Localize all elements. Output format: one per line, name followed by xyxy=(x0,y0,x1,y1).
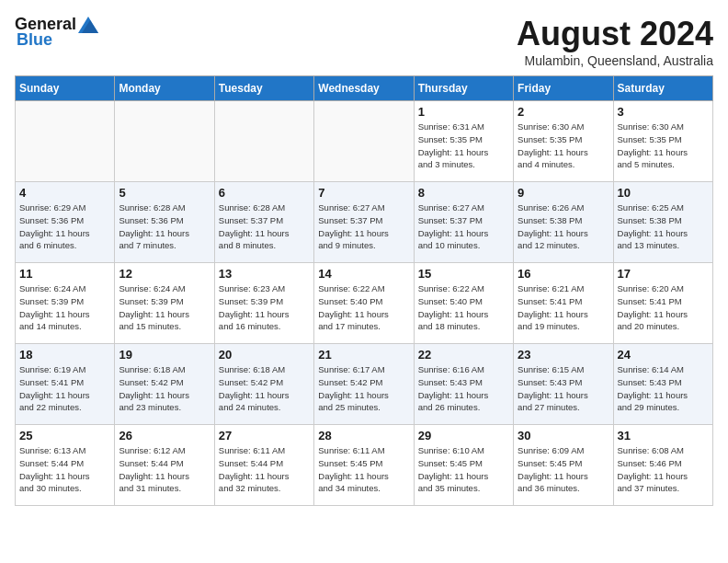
calendar-cell xyxy=(314,101,414,182)
day-header-tuesday: Tuesday xyxy=(214,76,313,101)
calendar-cell xyxy=(115,101,214,182)
calendar-cell: 4Sunrise: 6:29 AM Sunset: 5:36 PM Daylig… xyxy=(16,182,115,263)
calendar-week-row: 1Sunrise: 6:31 AM Sunset: 5:35 PM Daylig… xyxy=(16,101,713,182)
cell-info-text: Sunrise: 6:24 AM Sunset: 5:39 PM Dayligh… xyxy=(19,282,110,333)
cell-date-number: 16 xyxy=(518,267,609,281)
calendar-cell: 13Sunrise: 6:23 AM Sunset: 5:39 PM Dayli… xyxy=(214,263,313,344)
cell-info-text: Sunrise: 6:19 AM Sunset: 5:41 PM Dayligh… xyxy=(19,363,110,414)
cell-date-number: 14 xyxy=(318,267,409,281)
cell-date-number: 21 xyxy=(318,348,409,362)
calendar-cell: 25Sunrise: 6:13 AM Sunset: 5:44 PM Dayli… xyxy=(16,425,115,506)
cell-info-text: Sunrise: 6:09 AM Sunset: 5:45 PM Dayligh… xyxy=(518,444,609,495)
calendar-cell: 9Sunrise: 6:26 AM Sunset: 5:38 PM Daylig… xyxy=(514,182,613,263)
day-header-friday: Friday xyxy=(514,76,613,101)
calendar-cell: 3Sunrise: 6:30 AM Sunset: 5:35 PM Daylig… xyxy=(613,101,712,182)
calendar-table: SundayMondayTuesdayWednesdayThursdayFrid… xyxy=(15,75,713,506)
cell-date-number: 18 xyxy=(19,348,110,362)
cell-info-text: Sunrise: 6:31 AM Sunset: 5:35 PM Dayligh… xyxy=(418,121,509,171)
day-header-saturday: Saturday xyxy=(613,76,712,101)
logo: General Blue xyxy=(15,15,98,50)
calendar-cell: 17Sunrise: 6:20 AM Sunset: 5:41 PM Dayli… xyxy=(613,263,712,344)
calendar-header-row: SundayMondayTuesdayWednesdayThursdayFrid… xyxy=(16,76,713,101)
cell-date-number: 31 xyxy=(618,429,709,442)
calendar-cell: 2Sunrise: 6:30 AM Sunset: 5:35 PM Daylig… xyxy=(514,101,613,182)
cell-info-text: Sunrise: 6:15 AM Sunset: 5:43 PM Dayligh… xyxy=(518,363,609,414)
calendar-cell: 19Sunrise: 6:18 AM Sunset: 5:42 PM Dayli… xyxy=(115,344,214,425)
calendar-cell: 14Sunrise: 6:22 AM Sunset: 5:40 PM Dayli… xyxy=(314,263,414,344)
calendar-cell: 21Sunrise: 6:17 AM Sunset: 5:42 PM Dayli… xyxy=(314,344,414,425)
cell-date-number: 3 xyxy=(618,105,709,119)
calendar-cell: 8Sunrise: 6:27 AM Sunset: 5:37 PM Daylig… xyxy=(414,182,513,263)
calendar-cell: 6Sunrise: 6:28 AM Sunset: 5:37 PM Daylig… xyxy=(214,182,313,263)
cell-date-number: 11 xyxy=(19,267,110,281)
calendar-week-row: 4Sunrise: 6:29 AM Sunset: 5:36 PM Daylig… xyxy=(16,182,713,263)
calendar-cell: 23Sunrise: 6:15 AM Sunset: 5:43 PM Dayli… xyxy=(514,344,613,425)
cell-date-number: 4 xyxy=(19,186,110,200)
cell-date-number: 27 xyxy=(219,429,310,442)
cell-info-text: Sunrise: 6:11 AM Sunset: 5:45 PM Dayligh… xyxy=(318,444,409,495)
cell-date-number: 28 xyxy=(318,429,409,442)
cell-date-number: 8 xyxy=(418,186,509,200)
month-year-title: August 2024 xyxy=(517,15,713,53)
cell-date-number: 24 xyxy=(618,348,709,362)
calendar-cell: 1Sunrise: 6:31 AM Sunset: 5:35 PM Daylig… xyxy=(414,101,513,182)
calendar-week-row: 11Sunrise: 6:24 AM Sunset: 5:39 PM Dayli… xyxy=(16,263,713,344)
cell-date-number: 7 xyxy=(318,186,409,200)
calendar-cell: 5Sunrise: 6:28 AM Sunset: 5:36 PM Daylig… xyxy=(115,182,214,263)
cell-info-text: Sunrise: 6:17 AM Sunset: 5:42 PM Dayligh… xyxy=(318,363,409,414)
calendar-week-row: 25Sunrise: 6:13 AM Sunset: 5:44 PM Dayli… xyxy=(16,425,713,506)
cell-info-text: Sunrise: 6:18 AM Sunset: 5:42 PM Dayligh… xyxy=(119,363,210,414)
cell-date-number: 29 xyxy=(418,429,509,442)
cell-date-number: 23 xyxy=(518,348,609,362)
cell-info-text: Sunrise: 6:30 AM Sunset: 5:35 PM Dayligh… xyxy=(518,121,609,171)
calendar-cell: 7Sunrise: 6:27 AM Sunset: 5:37 PM Daylig… xyxy=(314,182,414,263)
calendar-cell: 30Sunrise: 6:09 AM Sunset: 5:45 PM Dayli… xyxy=(514,425,613,506)
cell-date-number: 5 xyxy=(119,186,210,200)
calendar-cell: 15Sunrise: 6:22 AM Sunset: 5:40 PM Dayli… xyxy=(414,263,513,344)
cell-date-number: 22 xyxy=(418,348,509,362)
calendar-cell: 26Sunrise: 6:12 AM Sunset: 5:44 PM Dayli… xyxy=(115,425,214,506)
cell-info-text: Sunrise: 6:25 AM Sunset: 5:38 PM Dayligh… xyxy=(618,201,709,252)
cell-date-number: 15 xyxy=(418,267,509,281)
calendar-cell: 18Sunrise: 6:19 AM Sunset: 5:41 PM Dayli… xyxy=(16,344,115,425)
cell-info-text: Sunrise: 6:23 AM Sunset: 5:39 PM Dayligh… xyxy=(219,282,310,333)
cell-date-number: 12 xyxy=(119,267,210,281)
cell-info-text: Sunrise: 6:29 AM Sunset: 5:36 PM Dayligh… xyxy=(19,201,110,252)
cell-info-text: Sunrise: 6:28 AM Sunset: 5:37 PM Dayligh… xyxy=(219,201,310,252)
logo-icon xyxy=(78,17,98,33)
calendar-cell: 27Sunrise: 6:11 AM Sunset: 5:44 PM Dayli… xyxy=(214,425,313,506)
cell-date-number: 6 xyxy=(219,186,310,200)
cell-info-text: Sunrise: 6:21 AM Sunset: 5:41 PM Dayligh… xyxy=(518,282,609,333)
calendar-cell: 28Sunrise: 6:11 AM Sunset: 5:45 PM Dayli… xyxy=(314,425,414,506)
cell-date-number: 30 xyxy=(518,429,609,442)
cell-info-text: Sunrise: 6:30 AM Sunset: 5:35 PM Dayligh… xyxy=(618,121,709,171)
cell-info-text: Sunrise: 6:24 AM Sunset: 5:39 PM Dayligh… xyxy=(119,282,210,333)
cell-date-number: 26 xyxy=(119,429,210,442)
calendar-cell xyxy=(16,101,115,182)
cell-info-text: Sunrise: 6:10 AM Sunset: 5:45 PM Dayligh… xyxy=(418,444,509,495)
cell-info-text: Sunrise: 6:26 AM Sunset: 5:38 PM Dayligh… xyxy=(518,201,609,252)
cell-info-text: Sunrise: 6:14 AM Sunset: 5:43 PM Dayligh… xyxy=(618,363,709,414)
cell-date-number: 20 xyxy=(219,348,310,362)
cell-info-text: Sunrise: 6:08 AM Sunset: 5:46 PM Dayligh… xyxy=(618,444,709,495)
page-header: General Blue August 2024 Mulambin, Queen… xyxy=(15,15,713,68)
cell-info-text: Sunrise: 6:28 AM Sunset: 5:36 PM Dayligh… xyxy=(119,201,210,252)
day-header-wednesday: Wednesday xyxy=(314,76,414,101)
day-header-monday: Monday xyxy=(115,76,214,101)
cell-date-number: 2 xyxy=(518,105,609,119)
cell-info-text: Sunrise: 6:13 AM Sunset: 5:44 PM Dayligh… xyxy=(19,444,110,495)
location-subtitle: Mulambin, Queensland, Australia xyxy=(517,53,713,68)
calendar-cell xyxy=(214,101,313,182)
calendar-cell: 22Sunrise: 6:16 AM Sunset: 5:43 PM Dayli… xyxy=(414,344,513,425)
cell-date-number: 10 xyxy=(618,186,709,200)
calendar-cell: 31Sunrise: 6:08 AM Sunset: 5:46 PM Dayli… xyxy=(613,425,712,506)
cell-info-text: Sunrise: 6:20 AM Sunset: 5:41 PM Dayligh… xyxy=(618,282,709,333)
logo-blue: Blue xyxy=(17,30,52,50)
cell-date-number: 17 xyxy=(618,267,709,281)
calendar-cell: 16Sunrise: 6:21 AM Sunset: 5:41 PM Dayli… xyxy=(514,263,613,344)
calendar-cell: 24Sunrise: 6:14 AM Sunset: 5:43 PM Dayli… xyxy=(613,344,712,425)
cell-date-number: 9 xyxy=(518,186,609,200)
cell-info-text: Sunrise: 6:18 AM Sunset: 5:42 PM Dayligh… xyxy=(219,363,310,414)
calendar-cell: 12Sunrise: 6:24 AM Sunset: 5:39 PM Dayli… xyxy=(115,263,214,344)
cell-info-text: Sunrise: 6:27 AM Sunset: 5:37 PM Dayligh… xyxy=(418,201,509,252)
